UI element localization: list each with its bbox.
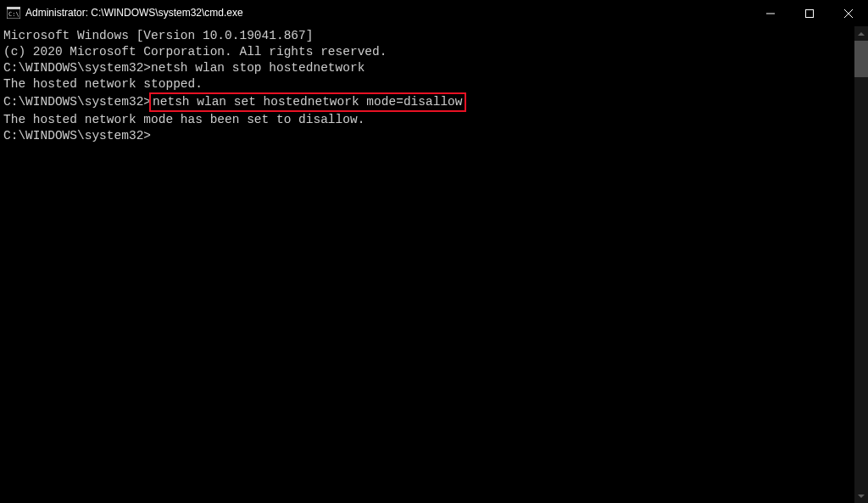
maximize-button[interactable] xyxy=(790,0,829,26)
prompt: C:\WINDOWS\system32> xyxy=(3,95,151,109)
svg-marker-8 xyxy=(858,495,865,498)
svg-rect-1 xyxy=(7,7,20,9)
command-line-2: C:\WINDOWS\system32>netsh wlan set hoste… xyxy=(3,92,868,112)
svg-text:C:\: C:\ xyxy=(8,11,19,18)
copyright-line: (c) 2020 Microsoft Corporation. All righ… xyxy=(3,44,868,60)
close-icon xyxy=(844,9,853,18)
cmd-window: C:\ Administrator: C:\WINDOWS\system32\c… xyxy=(0,0,868,503)
cmd-icon: C:\ xyxy=(7,6,20,20)
output-line-1: The hosted network stopped. xyxy=(3,76,868,92)
terminal-output[interactable]: Microsoft Windows [Version 10.0.19041.86… xyxy=(0,26,868,503)
maximize-icon xyxy=(805,9,814,18)
svg-rect-4 xyxy=(806,9,814,17)
scrollbar-thumb[interactable] xyxy=(854,41,868,77)
command-text: netsh wlan stop hostednetwork xyxy=(151,61,364,75)
scroll-up-icon[interactable] xyxy=(854,26,868,41)
scroll-down-icon[interactable] xyxy=(854,489,868,503)
output-line-2: The hosted network mode has been set to … xyxy=(3,112,868,128)
scrollbar[interactable] xyxy=(854,26,868,503)
minimize-icon xyxy=(766,9,775,18)
titlebar[interactable]: C:\ Administrator: C:\WINDOWS\system32\c… xyxy=(0,0,868,26)
window-controls xyxy=(751,0,868,25)
prompt: C:\WINDOWS\system32> xyxy=(3,61,151,75)
window-title: Administrator: C:\WINDOWS\system32\cmd.e… xyxy=(25,7,243,19)
highlighted-command: netsh wlan set hostednetwork mode=disall… xyxy=(149,92,465,112)
titlebar-left: C:\ Administrator: C:\WINDOWS\system32\c… xyxy=(0,6,243,20)
command-line-3: C:\WINDOWS\system32> xyxy=(3,128,868,144)
prompt: C:\WINDOWS\system32> xyxy=(3,129,151,143)
command-line-1: C:\WINDOWS\system32>netsh wlan stop host… xyxy=(3,60,868,76)
minimize-button[interactable] xyxy=(751,0,790,26)
command-text: netsh wlan set hostednetwork mode=disall… xyxy=(153,95,462,109)
version-line: Microsoft Windows [Version 10.0.19041.86… xyxy=(3,28,868,44)
svg-marker-7 xyxy=(858,32,865,36)
close-button[interactable] xyxy=(829,0,868,26)
